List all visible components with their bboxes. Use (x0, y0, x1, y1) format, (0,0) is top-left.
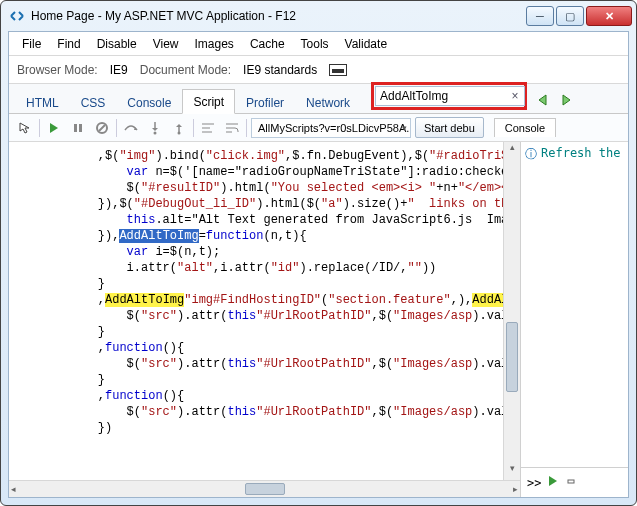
search-input[interactable] (375, 86, 525, 106)
tab-css[interactable]: CSS (70, 90, 117, 114)
document-mode-value[interactable]: IE9 standards (243, 63, 317, 77)
svg-point-5 (154, 131, 157, 134)
scroll-thumb[interactable] (506, 322, 518, 392)
menu-view[interactable]: View (146, 35, 186, 53)
scroll-left-icon[interactable]: ◂ (11, 484, 16, 494)
separator (246, 119, 247, 137)
devtools-icon (9, 8, 25, 24)
tab-html[interactable]: HTML (15, 90, 70, 114)
step-over-icon[interactable] (121, 118, 141, 138)
horizontal-scrollbar[interactable]: ◂ ▸ (9, 480, 520, 497)
tab-network[interactable]: Network (295, 90, 361, 114)
play-icon[interactable] (44, 118, 64, 138)
menu-disable[interactable]: Disable (90, 35, 144, 53)
minimize-button[interactable]: ─ (526, 6, 554, 26)
step-out-icon[interactable] (169, 118, 189, 138)
menu-tools[interactable]: Tools (294, 35, 336, 53)
close-button[interactable]: ✕ (586, 6, 632, 26)
client-area: File Find Disable View Images Cache Tool… (8, 31, 629, 498)
code-editor[interactable]: ,$("img").bind("click.img",$.fn.DebugEve… (9, 142, 503, 480)
menu-file[interactable]: File (15, 35, 48, 53)
separator (39, 119, 40, 137)
info-icon: ⓘ (525, 146, 537, 163)
console-panel: ⓘ Refresh the >> (520, 142, 628, 497)
menu-images[interactable]: Images (188, 35, 241, 53)
svg-line-3 (99, 125, 105, 131)
browser-mode-label: Browser Mode: (17, 63, 98, 77)
svg-point-7 (178, 131, 181, 134)
browser-mode-value[interactable]: IE9 (110, 63, 128, 77)
main-area: ,$("img").bind("click.img",$.fn.DebugEve… (9, 142, 628, 497)
pause-icon[interactable] (68, 118, 88, 138)
separator (116, 119, 117, 137)
script-toolbar: AllMyScripts?v=r0sLDicvP58A... Start deb… (9, 114, 628, 142)
step-into-icon[interactable] (145, 118, 165, 138)
select-element-icon[interactable] (15, 118, 35, 138)
search-nav (533, 90, 576, 110)
mode-bar: Browser Mode: IE9 Document Mode: IE9 sta… (9, 56, 628, 84)
run-script-icon[interactable] (547, 475, 559, 490)
tab-console[interactable]: Console (116, 90, 182, 114)
svg-rect-1 (79, 124, 82, 132)
maximize-button[interactable]: ▢ (556, 6, 584, 26)
code-column: ,$("img").bind("click.img",$.fn.DebugEve… (9, 142, 520, 497)
separator (193, 119, 194, 137)
script-file-dropdown[interactable]: AllMyScripts?v=r0sLDicvP58A... (251, 118, 411, 138)
scroll-down-icon[interactable]: ▾ (504, 463, 520, 480)
window-buttons: ─ ▢ ✕ (526, 6, 632, 26)
console-input-bar: >> (521, 467, 628, 497)
menu-find[interactable]: Find (50, 35, 87, 53)
console-prompt[interactable]: >> (527, 476, 541, 490)
scroll-right-icon[interactable]: ▸ (513, 484, 518, 494)
menu-cache[interactable]: Cache (243, 35, 292, 53)
scroll-up-icon[interactable]: ▴ (504, 142, 520, 159)
sub-tab-console[interactable]: Console (494, 118, 556, 137)
format-icon[interactable] (198, 118, 218, 138)
word-wrap-icon[interactable] (222, 118, 242, 138)
pin-icon[interactable] (329, 64, 347, 76)
console-output: ⓘ Refresh the (521, 142, 628, 467)
document-mode-label: Document Mode: (140, 63, 231, 77)
start-debugging-button[interactable]: Start debu (415, 117, 484, 138)
scroll-thumb-h[interactable] (245, 483, 285, 495)
search-next-icon[interactable] (556, 90, 576, 110)
code-body: ,$("img").bind("click.img",$.fn.DebugEve… (9, 142, 520, 480)
search-clear-icon[interactable]: × (507, 89, 523, 103)
stop-icon[interactable] (92, 118, 112, 138)
console-message: Refresh the (541, 146, 620, 160)
tab-profiler[interactable]: Profiler (235, 90, 295, 114)
panel-tabs: HTML CSS Console Script Profiler Network… (9, 84, 628, 114)
titlebar: Home Page - My ASP.NET MVC Application -… (1, 1, 636, 31)
window-title: Home Page - My ASP.NET MVC Application -… (31, 9, 520, 23)
menu-validate[interactable]: Validate (338, 35, 394, 53)
search-highlight: × (371, 82, 527, 110)
svg-rect-13 (568, 480, 574, 483)
window: Home Page - My ASP.NET MVC Application -… (0, 0, 637, 506)
menubar: File Find Disable View Images Cache Tool… (9, 32, 628, 56)
vertical-scrollbar[interactable]: ▴ ▾ (503, 142, 520, 480)
svg-rect-0 (74, 124, 77, 132)
tab-script[interactable]: Script (182, 89, 235, 114)
search-prev-icon[interactable] (533, 90, 553, 110)
multiline-toggle-icon[interactable] (565, 475, 577, 490)
